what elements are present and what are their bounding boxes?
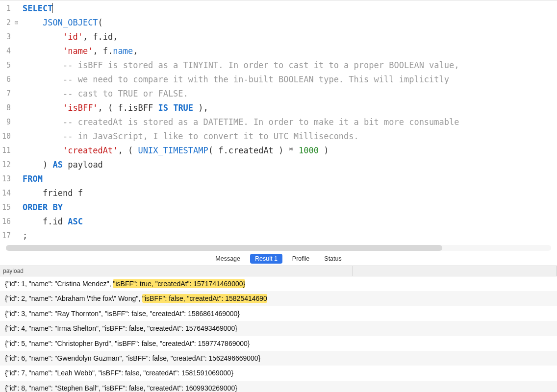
results-header-row: payload	[0, 266, 557, 276]
sql-editor[interactable]: 1234567891011121314151617 ⊟ SELECT JSON_…	[0, 0, 557, 244]
tab-status[interactable]: Status	[319, 254, 346, 264]
tab-message[interactable]: Message	[210, 254, 245, 264]
line-number: 16	[2, 215, 11, 229]
line-number: 17	[2, 229, 11, 243]
code-line[interactable]: 'id', f.id,	[23, 30, 557, 44]
line-number: 4	[2, 44, 11, 58]
result-row[interactable]: {"id": 3, "name": "Ray Thornton", "isBFF…	[0, 306, 557, 321]
line-number: 13	[2, 172, 11, 186]
line-number: 9	[2, 115, 11, 129]
code-line[interactable]: FROM	[23, 172, 557, 186]
horizontal-scrollbar[interactable]	[6, 245, 551, 251]
tab-profile[interactable]: Profile	[287, 254, 314, 264]
column-header-empty	[353, 266, 557, 276]
line-number-gutter: 1234567891011121314151617	[0, 0, 15, 244]
line-number: 6	[2, 73, 11, 87]
code-line[interactable]: -- createdAt is stored as a DATETIME. In…	[23, 115, 557, 129]
fold-column: ⊟	[15, 0, 22, 244]
scrollbar-thumb[interactable]	[6, 245, 442, 251]
line-number: 2	[2, 16, 11, 30]
result-row[interactable]: {"id": 1, "name": "Cristina Mendez", "is…	[0, 276, 557, 291]
code-line[interactable]: -- isBFF is stored as a TINYINT. In orde…	[23, 58, 557, 73]
code-line[interactable]: friend f	[23, 186, 557, 200]
line-number: 14	[2, 186, 11, 200]
result-row[interactable]: {"id": 2, "name": "Abraham \"the fox\" W…	[0, 291, 557, 306]
tab-result1[interactable]: Result 1	[250, 254, 282, 264]
line-number: 11	[2, 144, 11, 158]
line-number: 10	[2, 129, 11, 144]
line-number: 15	[2, 200, 11, 215]
line-number: 12	[2, 158, 11, 172]
code-line[interactable]: 'name', f.name,	[23, 44, 557, 58]
code-line[interactable]: SELECT	[23, 1, 557, 16]
line-number: 3	[2, 30, 11, 44]
result-row[interactable]: {"id": 6, "name": "Gwendolyn Guzman", "i…	[0, 351, 557, 366]
line-number: 5	[2, 58, 11, 73]
code-line[interactable]: -- in JavaScript, I like to convert it t…	[23, 129, 557, 144]
text-cursor	[52, 3, 53, 13]
result-row[interactable]: {"id": 8, "name": "Stephen Ball", "isBFF…	[0, 381, 557, 392]
code-line[interactable]: ) AS payload	[23, 158, 557, 172]
result-row[interactable]: {"id": 4, "name": "Irma Shelton", "isBFF…	[0, 321, 557, 336]
result-row[interactable]: {"id": 7, "name": "Leah Webb", "isBFF": …	[0, 366, 557, 380]
fold-toggle-icon[interactable]: ⊟	[15, 16, 22, 30]
line-number: 7	[2, 87, 11, 101]
code-line[interactable]: f.id ASC	[23, 215, 557, 229]
results-body: {"id": 1, "name": "Cristina Mendez", "is…	[0, 276, 557, 392]
results-tabbar: Message Result 1 Profile Status	[0, 251, 557, 266]
highlighted-text: "isBFF": true, "createdAt": 157174146900…	[113, 279, 245, 288]
code-line[interactable]: JSON_OBJECT(	[23, 16, 557, 30]
code-line[interactable]: -- cast to TRUE or FALSE.	[23, 87, 557, 101]
code-line[interactable]: 'createdAt', ( UNIX_TIMESTAMP( f.created…	[23, 144, 557, 158]
highlighted-text: "isBFF": false, "createdAt": 15825414690	[142, 294, 267, 303]
line-number: 1	[2, 1, 11, 16]
column-header-payload[interactable]: payload	[0, 266, 353, 276]
code-line[interactable]: ;	[23, 229, 557, 243]
results-grid: payload {"id": 1, "name": "Cristina Mend…	[0, 266, 557, 392]
code-line[interactable]: 'isBFF', ( f.isBFF IS TRUE ),	[23, 101, 557, 115]
result-row[interactable]: {"id": 5, "name": "Christopher Byrd", "i…	[0, 336, 557, 351]
code-line[interactable]: -- we need to compare it with the in-bui…	[23, 73, 557, 87]
line-number: 8	[2, 101, 11, 115]
code-area[interactable]: SELECT JSON_OBJECT( 'id', f.id, 'name', …	[22, 0, 557, 244]
code-line[interactable]: ORDER BY	[23, 200, 557, 215]
